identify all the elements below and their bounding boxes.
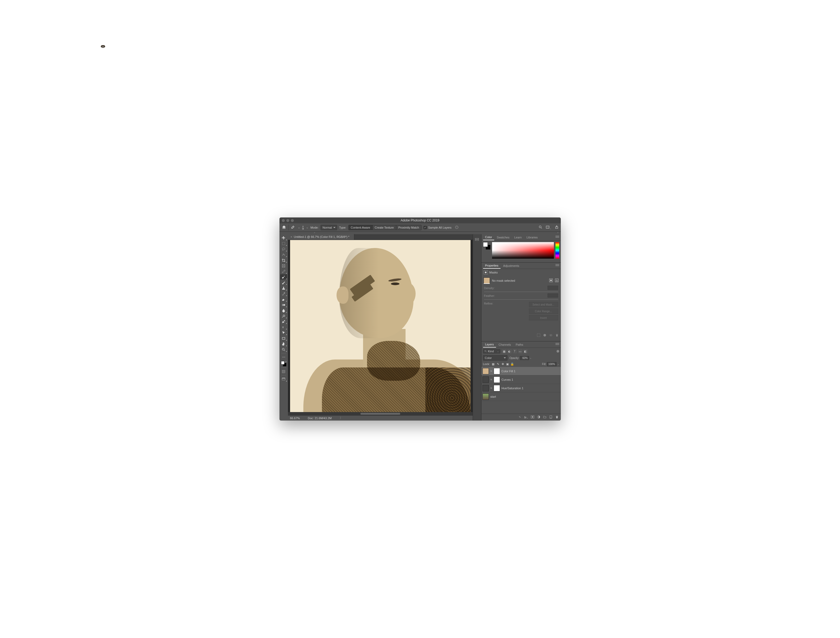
delete-mask-icon[interactable] [555, 334, 559, 337]
quick-selection-tool[interactable] [280, 252, 287, 257]
share-icon[interactable] [555, 225, 559, 230]
gradient-tool[interactable] [280, 302, 287, 307]
link-layers-icon[interactable] [518, 415, 521, 419]
panel-menu-icon[interactable] [556, 236, 559, 238]
layer-mask-thumbnail[interactable] [494, 385, 500, 391]
tab-paths[interactable]: Paths [513, 342, 525, 347]
panel-menu-icon[interactable] [556, 264, 559, 267]
canvas-viewport[interactable] [288, 240, 473, 415]
seg-content-aware[interactable]: Content-Aware [349, 225, 373, 230]
history-brush-tool[interactable] [280, 291, 287, 296]
new-layer-icon[interactable] [549, 415, 553, 419]
lock-transparency-icon[interactable]: ▦ [491, 363, 495, 366]
layer-thumbnail[interactable] [483, 393, 489, 400]
tab-libraries[interactable]: Libraries [524, 235, 540, 240]
lock-pixels-icon[interactable]: ✎ [496, 363, 500, 366]
filter-adjustment-icon[interactable]: ◐ [508, 350, 512, 353]
layer-name[interactable]: Color Fill 1 [502, 370, 516, 373]
feather-value[interactable] [548, 293, 558, 298]
filter-shape-icon[interactable]: ▭ [518, 350, 522, 353]
history-panel-icon[interactable] [474, 237, 480, 242]
hue-slider[interactable] [556, 242, 559, 259]
edit-toolbar[interactable]: ⋯ [280, 355, 287, 360]
new-group-icon[interactable] [543, 415, 546, 419]
layer-thumbnail[interactable] [483, 377, 489, 383]
close-tab-icon[interactable]: × [291, 235, 292, 238]
workspace-icon[interactable]: ⌄ [546, 225, 551, 230]
link-icon[interactable]: ⧉ [491, 378, 492, 381]
color-swatches[interactable]: ⤭ [281, 361, 286, 366]
invert-button[interactable]: Invert [529, 315, 558, 320]
tab-swatches[interactable]: Swatches [495, 235, 512, 240]
layer-thumbnail[interactable] [483, 368, 489, 374]
sample-all-layers-checkbox[interactable]: Sample All Layers [423, 226, 452, 229]
document-tab[interactable]: × Untitled-1 @ 66.7% (Color Fill 1, RGB/… [288, 234, 355, 240]
layer-name[interactable]: Hue/Saturation 1 [502, 386, 524, 390]
blur-tool[interactable] [280, 308, 287, 313]
brush-tool[interactable] [280, 280, 287, 285]
dodge-tool[interactable] [280, 313, 287, 318]
foreground-color[interactable] [281, 361, 284, 364]
marquee-tool[interactable] [280, 241, 287, 246]
opacity-value[interactable]: 60% [520, 356, 529, 360]
panel-swatches[interactable] [483, 242, 491, 250]
density-slider[interactable] [484, 291, 558, 292]
lock-artboard-icon[interactable]: ▣ [506, 363, 509, 366]
blend-mode-select[interactable]: Color [483, 355, 507, 361]
rectangle-tool[interactable] [280, 336, 287, 341]
feather-slider[interactable] [484, 299, 558, 300]
pen-tool[interactable] [280, 319, 287, 324]
search-icon[interactable] [538, 225, 543, 230]
load-selection-icon[interactable] [537, 334, 540, 337]
layer-row[interactable]: ⧉Curves 1 [482, 375, 561, 384]
lasso-tool[interactable] [280, 246, 287, 252]
tab-channels[interactable]: Channels [497, 342, 513, 347]
delete-layer-icon[interactable] [555, 415, 559, 419]
color-spectrum[interactable] [492, 242, 554, 259]
layer-name[interactable]: start [491, 395, 496, 398]
move-tool[interactable] [280, 235, 287, 241]
horizontal-scrollbar[interactable] [288, 412, 473, 415]
filter-toggle[interactable] [557, 350, 559, 353]
screen-mode-icon[interactable] [280, 377, 287, 382]
filter-pixel-icon[interactable]: ▦ [502, 350, 506, 353]
pixel-mask-icon[interactable] [549, 279, 553, 283]
brush-size[interactable]: •9 [302, 225, 304, 230]
layer-thumbnail[interactable] [483, 385, 489, 391]
select-and-mask-button[interactable]: Select and Mask... [529, 302, 558, 307]
healing-brush-tool[interactable] [280, 274, 287, 280]
layer-mask-thumbnail[interactable] [494, 368, 500, 374]
fill-value[interactable]: 100% [547, 362, 557, 366]
crop-tool[interactable] [280, 258, 287, 263]
frame-tool[interactable] [280, 263, 287, 268]
tab-layers[interactable]: Layers [483, 342, 496, 348]
layer-name[interactable]: Curves 1 [502, 378, 513, 381]
path-selection-tool[interactable] [280, 330, 287, 335]
tab-color[interactable]: Color [483, 234, 494, 240]
seg-proximity-match[interactable]: Proximity Match [396, 225, 421, 230]
layer-row[interactable]: ⧉Color Fill 1 [482, 367, 561, 375]
zoom-level[interactable]: 66.67% [290, 416, 300, 420]
healing-brush-icon[interactable] [291, 226, 296, 230]
link-icon[interactable]: ⧉ [491, 370, 492, 372]
clone-stamp-tool[interactable] [280, 285, 287, 291]
link-icon[interactable]: ⧉ [491, 387, 492, 389]
tab-adjustments[interactable]: Adjustments [501, 263, 521, 268]
layer-filter-kind[interactable]: Kind ⌄ [483, 349, 500, 353]
layer-style-icon[interactable]: fx⌄ [524, 416, 528, 419]
type-tool[interactable]: T [280, 325, 287, 330]
disable-mask-icon[interactable] [549, 334, 553, 337]
zoom-tool[interactable] [280, 347, 287, 352]
status-menu-icon[interactable]: 〉 [340, 416, 343, 420]
panel-menu-icon[interactable] [556, 343, 559, 346]
quick-mask-icon[interactable] [280, 369, 287, 374]
hand-tool[interactable] [280, 341, 287, 347]
mode-select[interactable]: Normal [321, 225, 337, 230]
layer-row[interactable]: start [482, 393, 561, 401]
pressure-icon[interactable] [455, 225, 459, 230]
tab-properties[interactable]: Properties [483, 263, 501, 269]
eyedropper-tool[interactable] [280, 269, 287, 274]
doc-size[interactable]: Doc: 21.6M/43.2M [308, 416, 332, 420]
color-range-button[interactable]: Color Range... [529, 309, 558, 314]
add-mask-icon[interactable] [531, 415, 534, 419]
